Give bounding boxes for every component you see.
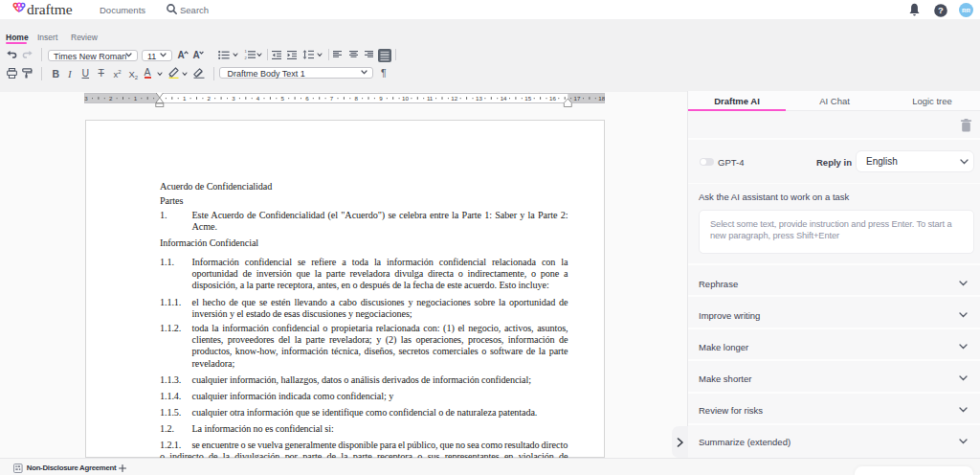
svg-text:12: 12 bbox=[451, 95, 457, 102]
svg-text:17: 17 bbox=[574, 95, 581, 102]
svg-text:3: 3 bbox=[232, 95, 235, 102]
svg-text:7: 7 bbox=[330, 95, 334, 102]
svg-text:1: 1 bbox=[183, 95, 187, 102]
svg-text:RR: RR bbox=[962, 7, 970, 13]
svg-text:3: 3 bbox=[84, 95, 88, 102]
svg-text:9: 9 bbox=[379, 95, 383, 102]
svg-text:18: 18 bbox=[598, 95, 605, 102]
svg-text:5: 5 bbox=[280, 95, 284, 102]
svg-text:11: 11 bbox=[427, 95, 434, 102]
svg-text:16: 16 bbox=[549, 95, 556, 102]
svg-text:15: 15 bbox=[524, 95, 531, 102]
svg-text:2: 2 bbox=[208, 95, 212, 102]
svg-text:1: 1 bbox=[244, 50, 247, 54]
svg-text:10: 10 bbox=[402, 95, 409, 102]
svg-text:2: 2 bbox=[244, 56, 247, 59]
svg-text:2: 2 bbox=[109, 95, 113, 102]
svg-text:13: 13 bbox=[476, 95, 482, 102]
svg-text:8: 8 bbox=[354, 95, 358, 102]
svg-text:14: 14 bbox=[501, 95, 507, 102]
svg-text:6: 6 bbox=[305, 95, 309, 102]
svg-text:1: 1 bbox=[134, 95, 138, 102]
svg-text:4: 4 bbox=[256, 95, 260, 102]
svg-text:?: ? bbox=[938, 5, 944, 15]
